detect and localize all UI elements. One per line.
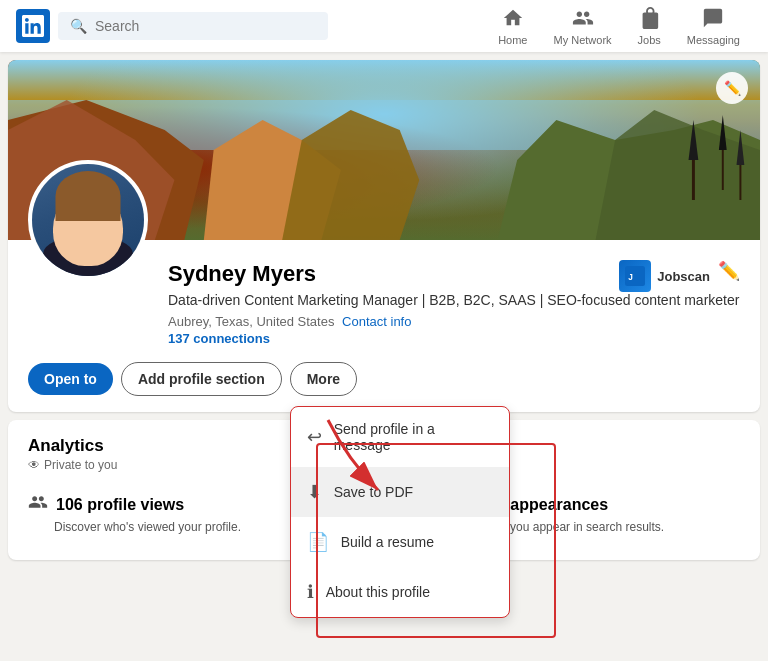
messaging-icon	[702, 7, 724, 32]
save-pdf-icon: ⬇	[307, 481, 322, 503]
svg-text:J: J	[629, 272, 634, 282]
banner-edit-button[interactable]: ✏️	[716, 72, 748, 104]
nav-network[interactable]: My Network	[541, 3, 623, 50]
save-pdf-label: Save to PDF	[334, 484, 413, 500]
search-bar[interactable]: 🔍	[58, 12, 328, 40]
home-icon	[502, 7, 524, 32]
company-logo: J	[619, 260, 651, 292]
nav-jobs[interactable]: Jobs	[626, 3, 673, 50]
messaging-label: Messaging	[687, 34, 740, 46]
dropdown-send-profile[interactable]: ↩ Send profile in a message	[291, 407, 509, 467]
profile-views-count: 106 profile views	[56, 496, 184, 514]
avatar-image	[32, 164, 144, 276]
profile-views-icon	[28, 492, 48, 517]
profile-avatar	[28, 160, 148, 280]
contact-info-link[interactable]: Contact info	[342, 314, 411, 329]
open-to-button[interactable]: Open to	[28, 363, 113, 395]
network-label: My Network	[553, 34, 611, 46]
search-input[interactable]	[95, 18, 316, 34]
dropdown-build-resume[interactable]: 📄 Build a resume	[291, 517, 509, 567]
jobs-icon	[638, 7, 660, 32]
profile-card: ✏️ ✏️ J Jobscan Sydney Myers Data-driven…	[8, 60, 760, 412]
send-profile-label: Send profile in a message	[334, 421, 493, 453]
build-resume-label: Build a resume	[341, 534, 434, 550]
about-profile-icon: ℹ	[307, 581, 314, 603]
profile-edit-button[interactable]: ✏️	[714, 256, 744, 286]
send-profile-icon: ↩	[307, 426, 322, 448]
dropdown-menu: ↩ Send profile in a message ⬇ Save to PD…	[290, 406, 510, 618]
eye-icon: 👁	[28, 458, 40, 472]
nav-messaging[interactable]: Messaging	[675, 3, 752, 50]
profile-headline: Data-driven Content Marketing Manager | …	[168, 291, 740, 311]
company-badge[interactable]: J Jobscan	[619, 260, 710, 292]
linkedin-logo[interactable]	[16, 9, 50, 43]
home-label: Home	[498, 34, 527, 46]
company-name: Jobscan	[657, 269, 710, 284]
dropdown-save-pdf[interactable]: ⬇ Save to PDF	[291, 467, 509, 517]
navbar: 🔍 Home My Network Jobs Messaging	[0, 0, 768, 52]
linkedin-logo-icon	[22, 15, 44, 37]
nav-home[interactable]: Home	[486, 3, 539, 50]
more-button-container: More ↩ Send profile in a message ⬇ Save …	[290, 362, 357, 396]
profile-actions: Open to Add profile section More ↩ Send …	[8, 362, 760, 412]
profile-location: Aubrey, Texas, United States Contact inf…	[168, 314, 740, 329]
nav-items: Home My Network Jobs Messaging	[486, 3, 752, 50]
about-profile-label: About this profile	[326, 584, 430, 600]
search-icon: 🔍	[70, 18, 87, 34]
more-button[interactable]: More	[290, 362, 357, 396]
build-resume-icon: 📄	[307, 531, 329, 553]
profile-connections[interactable]: 137 connections	[168, 331, 740, 346]
jobs-label: Jobs	[638, 34, 661, 46]
network-icon	[572, 7, 594, 32]
avatar-face	[53, 191, 123, 266]
dropdown-about-profile[interactable]: ℹ About this profile	[291, 567, 509, 617]
add-profile-section-button[interactable]: Add profile section	[121, 362, 282, 396]
jobscan-logo-icon: J	[625, 266, 645, 286]
